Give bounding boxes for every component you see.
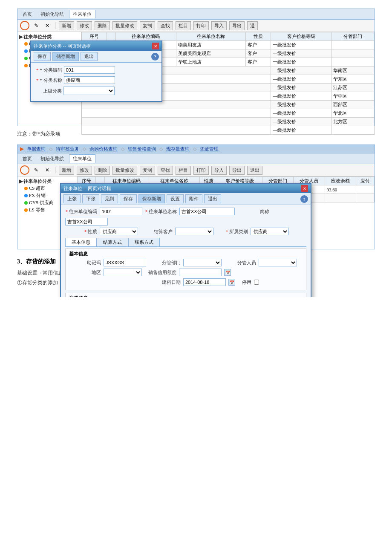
col-receivable-2: 应收余额 bbox=[325, 177, 356, 185]
ld-dept-select[interactable] bbox=[183, 259, 222, 266]
ld-manager-label: 分管人员 bbox=[224, 260, 256, 266]
ld-memo-label: 助记码 bbox=[69, 260, 101, 266]
required-star: * bbox=[36, 78, 39, 83]
tab-partner-2[interactable]: 往来单位 bbox=[69, 154, 95, 163]
new-button-2[interactable]: 新增 bbox=[59, 166, 74, 175]
settings-button-ld[interactable]: 设置 bbox=[167, 194, 184, 203]
ld-nature-label: * 性质 bbox=[65, 228, 97, 235]
calendar-icon[interactable]: 📅 bbox=[224, 269, 231, 276]
ld-area-select[interactable] bbox=[104, 269, 142, 276]
batch-edit-button[interactable]: 批量修改 bbox=[112, 21, 137, 30]
ld-memo-input[interactable] bbox=[104, 259, 146, 266]
delete-icon-2[interactable]: ✕ bbox=[43, 166, 52, 174]
ld-abbr-input[interactable] bbox=[65, 218, 108, 225]
search-button-2[interactable]: 查找 bbox=[158, 166, 173, 175]
tab-init-2[interactable]: 初始化导航 bbox=[37, 155, 67, 163]
status-link-4[interactable]: 销售价格查询 bbox=[128, 146, 156, 152]
export-button[interactable]: 导出 bbox=[229, 21, 245, 30]
large-dialog-toolbar: 上张 下张 见到 保存 保存新增 设置 附件 退出 ? bbox=[61, 193, 311, 205]
small-dialog-titlebar: 往来单位分类 -- 网页对话框 ✕ bbox=[31, 41, 161, 51]
copy-button-2[interactable]: 复制 bbox=[140, 166, 155, 175]
print-button-2[interactable]: 打印 bbox=[193, 166, 209, 175]
required-star: * bbox=[36, 67, 39, 72]
status-link-3[interactable]: 余购价格查询 bbox=[89, 146, 118, 152]
parent-select[interactable] bbox=[63, 87, 115, 95]
tab-contact[interactable]: 联系方式 bbox=[128, 238, 160, 246]
edit-button-2[interactable]: 修改 bbox=[77, 166, 92, 175]
sidebar-group-title: ▶ 往来单位分类 bbox=[19, 34, 79, 40]
dialog-close-button[interactable]: ✕ bbox=[152, 43, 159, 49]
batch-edit-button-2[interactable]: 批量修改 bbox=[112, 166, 137, 175]
dot-icon bbox=[24, 187, 28, 190]
ld-category-select[interactable]: 供应商 bbox=[251, 228, 289, 235]
save-button[interactable]: 保存 bbox=[34, 52, 51, 61]
back-circle-icon-2[interactable] bbox=[20, 165, 29, 175]
import-button[interactable]: 导入 bbox=[211, 21, 227, 30]
search-button[interactable]: 查找 bbox=[158, 21, 173, 30]
tab-home-2[interactable]: 首页 bbox=[19, 155, 35, 163]
name-input[interactable] bbox=[64, 76, 115, 84]
code-input[interactable] bbox=[64, 66, 115, 74]
ld-code-input[interactable] bbox=[100, 208, 142, 215]
export-button-2[interactable]: 导出 bbox=[229, 166, 245, 175]
status-link-6[interactable]: 凭证管理 bbox=[200, 146, 219, 152]
import-button-2[interactable]: 导入 bbox=[211, 166, 227, 175]
delete-button-2[interactable]: 删除 bbox=[95, 166, 110, 175]
exit-button-ld[interactable]: 退出 bbox=[204, 194, 221, 203]
delete-button[interactable]: 删除 bbox=[95, 21, 110, 30]
ld-name-input[interactable] bbox=[179, 208, 235, 215]
edit-button[interactable]: 修改 bbox=[77, 21, 92, 30]
copy-button[interactable]: 复制 bbox=[140, 21, 155, 30]
ld-abbr-label: 简称 bbox=[237, 208, 269, 215]
cell-name: 华联上地店 bbox=[176, 58, 246, 66]
parent-label: 上级分类 bbox=[36, 88, 62, 94]
top-tab-bar: 首页 初始化导航 往来单位 bbox=[17, 9, 375, 20]
status-link-5[interactable]: 现存量查询 bbox=[166, 146, 190, 152]
status-link-1[interactable]: 单据查询 bbox=[27, 146, 46, 152]
name-label: * * 分类名称 bbox=[36, 77, 62, 84]
print-button[interactable]: 打印 bbox=[193, 21, 209, 30]
ld-row-code-name: * 往来单位编码 * 往来单位名称 简称 bbox=[65, 208, 306, 225]
tab-partner[interactable]: 往来单位 bbox=[69, 10, 95, 18]
ld-nature-select[interactable]: 供应商 bbox=[100, 228, 138, 235]
edit-icon[interactable]: ✎ bbox=[32, 21, 40, 30]
tab-settle[interactable]: 结算方式 bbox=[97, 238, 128, 246]
ld-settle-select[interactable] bbox=[175, 228, 213, 235]
enabled-checkbox[interactable] bbox=[254, 280, 259, 285]
edit-icon-2[interactable]: ✎ bbox=[32, 166, 40, 174]
tab-home[interactable]: 首页 bbox=[19, 10, 35, 18]
attach-button-ld[interactable]: 附件 bbox=[185, 194, 202, 203]
help-icon-ld: ? bbox=[300, 195, 308, 203]
save-new-button-ld[interactable]: 保存新增 bbox=[138, 194, 165, 203]
tab-init[interactable]: 初始化导航 bbox=[37, 10, 67, 18]
nav-find-button[interactable]: 见到 bbox=[101, 194, 118, 203]
name-row: * * 分类名称 bbox=[36, 76, 156, 84]
exit-button[interactable]: 退出 bbox=[81, 52, 98, 61]
save-button-ld[interactable]: 保存 bbox=[120, 194, 137, 203]
back-circle-icon[interactable] bbox=[20, 21, 29, 30]
col-dept: 分管部门 bbox=[331, 32, 375, 41]
cell-name: 美虞美回龙观店 bbox=[176, 49, 246, 58]
exit-button-2[interactable]: 退出 bbox=[247, 166, 262, 175]
ld-credit-input[interactable] bbox=[179, 269, 222, 276]
basic-info-title: 基本信息 bbox=[69, 251, 303, 257]
status-link-2[interactable]: 待审核业务 bbox=[56, 146, 79, 152]
ld-date-input[interactable] bbox=[183, 278, 226, 286]
tab-basic[interactable]: 基本信息 bbox=[65, 238, 97, 246]
ld-manager-select[interactable] bbox=[259, 259, 297, 266]
cell-price: 一级批发价 bbox=[271, 49, 331, 58]
columns-button[interactable]: 栏目 bbox=[176, 21, 191, 30]
nav-down-button[interactable]: 下张 bbox=[82, 194, 99, 203]
new-button[interactable]: 新增 bbox=[59, 21, 74, 30]
columns-button-2[interactable]: 栏目 bbox=[176, 166, 191, 175]
delete-icon[interactable]: ✕ bbox=[43, 21, 52, 30]
save-new-button[interactable]: 储存新增 bbox=[52, 52, 79, 61]
nav-up-button[interactable]: 上张 bbox=[63, 194, 81, 203]
second-main-layout: ▶ 往来单位分类 CS 超市 FX 分销 GYS 供应商 LS 零售 bbox=[17, 176, 375, 249]
folder-icon-2: ▶ bbox=[19, 179, 23, 184]
large-dialog-close[interactable]: ✕ bbox=[301, 185, 308, 192]
calendar-icon-2[interactable]: 📅 bbox=[228, 279, 235, 286]
exit-button[interactable]: 退 bbox=[247, 21, 258, 30]
ld-date-label: 建档日期 bbox=[149, 279, 181, 286]
ld-settle-label: 结算客户 bbox=[141, 228, 173, 235]
